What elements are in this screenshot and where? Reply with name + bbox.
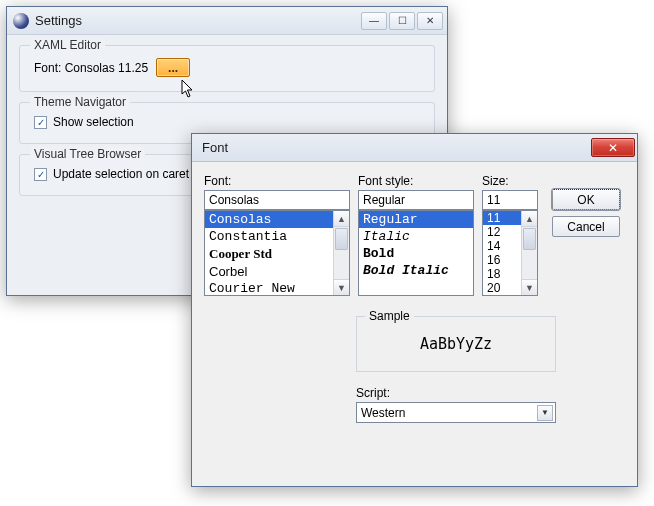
scroll-up-icon[interactable]: ▲ <box>522 211 537 227</box>
show-selection-checkbox[interactable]: ✓ Show selection <box>34 115 420 129</box>
font-listbox[interactable]: Consolas Constantia Cooper Std Corbel Co… <box>204 210 350 296</box>
app-icon <box>13 13 29 29</box>
script-label: Script: <box>356 386 625 400</box>
sample-legend: Sample <box>365 309 414 323</box>
font-titlebar[interactable]: Font ✕ <box>192 134 637 162</box>
group-legend: XAML Editor <box>30 38 105 52</box>
ok-button[interactable]: OK <box>552 189 620 210</box>
list-item[interactable]: Bold <box>359 245 473 262</box>
font-style-label: Font style: <box>358 174 474 188</box>
checkbox-icon: ✓ <box>34 116 47 129</box>
checkbox-label: Update selection on caret <box>53 167 189 181</box>
sample-group: Sample AaBbYyZz <box>356 316 556 372</box>
font-label: Font: <box>204 174 350 188</box>
list-item[interactable]: Italic <box>359 228 473 245</box>
scroll-down-icon[interactable]: ▼ <box>522 279 537 295</box>
font-input[interactable] <box>204 190 350 210</box>
script-value: Western <box>361 406 405 420</box>
close-icon: ✕ <box>608 141 618 155</box>
scroll-up-icon[interactable]: ▲ <box>334 211 349 227</box>
list-item[interactable]: Bold Italic <box>359 262 473 279</box>
font-style-listbox[interactable]: Regular Italic Bold Bold Italic <box>358 210 474 296</box>
checkbox-label: Show selection <box>53 115 134 129</box>
size-input[interactable] <box>482 190 538 210</box>
list-item[interactable]: Corbel <box>205 263 349 280</box>
font-dialog-close-button[interactable]: ✕ <box>591 138 635 157</box>
group-legend: Theme Navigator <box>30 95 130 109</box>
chevron-down-icon: ▼ <box>537 405 553 421</box>
list-item[interactable]: Constantia <box>205 228 349 245</box>
minimize-button[interactable]: — <box>361 12 387 30</box>
scroll-thumb[interactable] <box>335 228 348 250</box>
font-summary-label: Font: Consolas 11.25 <box>34 61 148 75</box>
close-button[interactable]: ✕ <box>417 12 443 30</box>
font-style-input[interactable] <box>358 190 474 210</box>
font-dialog: Font ✕ Font: Consolas Constantia Cooper … <box>191 133 638 487</box>
font-browse-button[interactable]: ... <box>156 58 190 77</box>
size-label: Size: <box>482 174 538 188</box>
scrollbar[interactable]: ▲ ▼ <box>333 211 349 295</box>
scroll-down-icon[interactable]: ▼ <box>334 279 349 295</box>
list-item[interactable]: Regular <box>359 211 473 228</box>
maximize-button[interactable]: ☐ <box>389 12 415 30</box>
font-dialog-title: Font <box>202 140 591 155</box>
group-xaml-editor: XAML Editor Font: Consolas 11.25 ... <box>19 45 435 92</box>
list-item[interactable]: Cooper Std <box>205 245 349 263</box>
size-listbox[interactable]: 11 12 14 16 18 20 22 ▲ ▼ <box>482 210 538 296</box>
cancel-button[interactable]: Cancel <box>552 216 620 237</box>
settings-titlebar[interactable]: Settings — ☐ ✕ <box>7 7 447 35</box>
scrollbar[interactable]: ▲ ▼ <box>521 211 537 295</box>
scroll-thumb[interactable] <box>523 228 536 250</box>
sample-text: AaBbYyZz <box>367 335 545 353</box>
list-item[interactable]: Consolas <box>205 211 349 228</box>
list-item[interactable]: Courier New <box>205 280 349 296</box>
group-legend: Visual Tree Browser <box>30 147 145 161</box>
ellipsis-icon: ... <box>168 61 178 75</box>
checkbox-icon: ✓ <box>34 168 47 181</box>
list-item[interactable]: 22 <box>483 295 537 296</box>
settings-title: Settings <box>35 13 361 28</box>
script-combobox[interactable]: Western ▼ <box>356 402 556 423</box>
